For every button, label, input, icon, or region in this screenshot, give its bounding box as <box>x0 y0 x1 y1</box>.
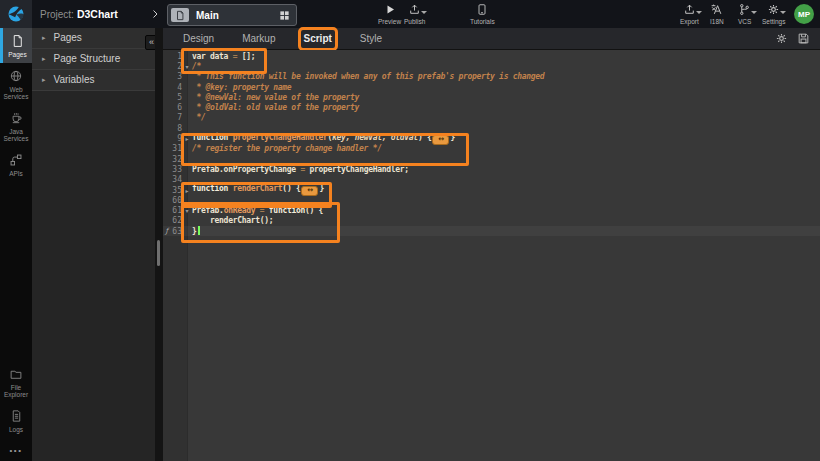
tutorials-button[interactable]: Tutorials <box>470 3 495 25</box>
project-breadcrumb: Project:D3Chart <box>40 0 118 28</box>
tab-style[interactable]: Style <box>358 31 384 47</box>
sidebar-section-pages[interactable]: ▸ Pages <box>32 28 155 49</box>
export-button[interactable]: Export <box>680 3 699 25</box>
expand-triangle-icon: ▸ <box>42 28 46 48</box>
rail-item-logs[interactable]: Logs <box>0 403 32 438</box>
user-avatar[interactable]: MP <box>794 4 814 24</box>
code-line-63[interactable]: ƒ63} <box>163 226 820 236</box>
left-rail: Pages Web Services Java Services APIs Fi… <box>0 28 32 461</box>
sidebar-section-label: Pages <box>54 28 82 48</box>
dropdown-caret-icon <box>780 11 786 14</box>
code-line-32[interactable]: 32 <box>163 154 820 164</box>
settings-button[interactable]: Settings <box>762 3 786 25</box>
gear-icon <box>767 3 780 16</box>
chevron-right-icon <box>149 7 161 21</box>
branch-icon <box>738 3 751 16</box>
translate-icon <box>710 3 723 16</box>
code-line-62[interactable]: 62 renderChart(); <box>163 216 820 226</box>
code-line-3[interactable]: 3 * This function will be invoked when a… <box>163 72 820 82</box>
project-label: Project: <box>40 9 74 20</box>
page-switcher-grid-icon[interactable] <box>279 10 290 21</box>
rail-item-pages[interactable]: Pages <box>0 28 32 63</box>
code-line-60[interactable]: 60 <box>163 195 820 205</box>
publish-button[interactable]: Publish <box>404 3 425 25</box>
api-connector-icon <box>9 153 23 167</box>
code-line-9[interactable]: 9▸function propertyChangeHandler(key, ne… <box>163 133 820 143</box>
code-line-2[interactable]: 2▾/* <box>163 61 820 71</box>
sidebar-section-variables[interactable]: ▸ Variables <box>32 70 155 91</box>
code-line-5[interactable]: 5 * @newVal: new value of the property <box>163 92 820 102</box>
code-line-31[interactable]: 31/* register the property change handle… <box>163 144 820 154</box>
rail-item-web-services[interactable]: Web Services <box>0 63 32 105</box>
code-line-35[interactable]: 35▸function renderChart() {↔} <box>163 185 820 195</box>
code-line-1[interactable]: 1var data = []; <box>163 51 820 61</box>
code-editor[interactable]: 1var data = [];2▾/*3 * This function wil… <box>163 50 820 461</box>
editor-tab-bar: Design Markup Script Style <box>163 28 820 50</box>
page-file-icon <box>171 8 189 22</box>
pages-sidebar: ▸ Pages ▸ Page Structure ▸ Variables <box>32 28 155 461</box>
text-cursor <box>198 226 200 235</box>
dropdown-caret-icon <box>421 11 427 14</box>
save-icon[interactable] <box>797 32 810 45</box>
active-page-tab[interactable]: Main <box>167 4 297 26</box>
sidebar-section-label: Variables <box>54 70 95 90</box>
export-icon <box>683 3 696 16</box>
publish-upload-icon <box>408 3 421 16</box>
dropdown-caret-icon <box>751 11 757 14</box>
code-line-4[interactable]: 4 * @key: property name <box>163 82 820 92</box>
globe-icon <box>9 69 23 83</box>
tab-script[interactable]: Script <box>302 31 334 47</box>
dropdown-caret-icon <box>696 11 702 14</box>
coffee-cup-icon <box>9 111 23 125</box>
tab-design[interactable]: Design <box>181 31 216 47</box>
project-name: D3Chart <box>77 8 118 20</box>
panel-divider <box>155 28 163 461</box>
tutorials-icon <box>476 3 488 16</box>
folded-code-widget[interactable]: ↔ <box>301 186 318 196</box>
rail-item-apis[interactable]: APIs <box>0 147 32 182</box>
rail-item-java-services[interactable]: Java Services <box>0 105 32 147</box>
rail-item-file-explorer[interactable]: File Explorer <box>0 362 32 403</box>
rail-more-button[interactable]: ••• <box>0 438 32 461</box>
expand-triangle-icon: ▸ <box>42 70 46 90</box>
page-name: Main <box>189 10 279 21</box>
code-line-6[interactable]: 6 * @oldVal: old value of the property <box>163 102 820 112</box>
preview-button[interactable]: Preview <box>378 3 401 25</box>
wavemaker-studio: Project:D3Chart Main Preview Pub <box>0 0 820 461</box>
play-icon <box>384 3 396 16</box>
script-settings-gear-icon[interactable] <box>775 32 788 45</box>
code-line-33[interactable]: 33Prefab.onPropertyChange = propertyChan… <box>163 164 820 174</box>
vcs-button[interactable]: VCS <box>738 3 751 25</box>
app-logo[interactable] <box>0 0 32 28</box>
page-icon <box>11 34 24 48</box>
log-document-icon <box>10 409 23 423</box>
wavemaker-logo-icon <box>6 4 26 24</box>
code-line-61[interactable]: 61▾Prefab.onReady = function() { <box>163 205 820 215</box>
sidebar-scrollbar-thumb[interactable] <box>157 240 160 266</box>
folded-code-widget[interactable]: ↔ <box>432 135 449 145</box>
sidebar-section-label: Page Structure <box>54 49 121 69</box>
folder-icon <box>9 368 23 381</box>
code-lines: 1var data = [];2▾/*3 * This function wil… <box>163 51 820 236</box>
top-bar: Project:D3Chart Main Preview Pub <box>0 0 820 29</box>
i18n-button[interactable]: I18N <box>710 3 724 25</box>
sidebar-section-page-structure[interactable]: ▸ Page Structure <box>32 49 155 70</box>
code-line-7[interactable]: 7 */ <box>163 113 820 123</box>
expand-triangle-icon: ▸ <box>42 49 46 69</box>
tab-markup[interactable]: Markup <box>240 31 277 47</box>
